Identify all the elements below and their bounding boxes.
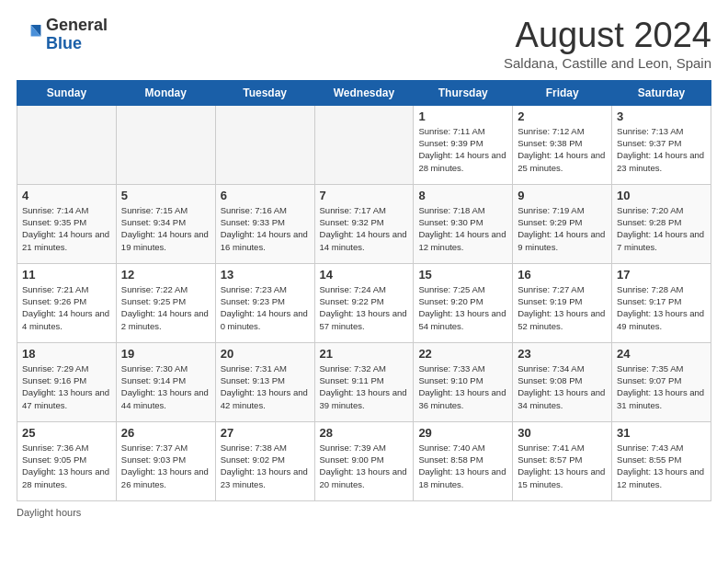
table-row: 20Sunrise: 7:31 AMSunset: 9:13 PMDayligh… xyxy=(215,342,314,421)
logo-icon xyxy=(17,22,42,48)
day-info: Sunrise: 7:13 AMSunset: 9:37 PMDaylight:… xyxy=(617,125,706,174)
day-info: Sunrise: 7:19 AMSunset: 9:29 PMDaylight:… xyxy=(518,204,607,253)
day-info: Sunrise: 7:37 AMSunset: 9:03 PMDaylight:… xyxy=(121,442,210,490)
table-row: 2Sunrise: 7:12 AMSunset: 9:38 PMDaylight… xyxy=(513,105,612,184)
day-number: 5 xyxy=(121,189,210,202)
calendar-week-row: 4Sunrise: 7:14 AMSunset: 9:35 PMDaylight… xyxy=(17,184,711,263)
month-title: August 2024 xyxy=(504,17,711,55)
day-info: Sunrise: 7:36 AMSunset: 9:05 PMDaylight:… xyxy=(22,442,111,490)
logo-area: General Blue xyxy=(17,17,108,53)
table-row: 23Sunrise: 7:34 AMSunset: 9:08 PMDayligh… xyxy=(513,342,612,421)
day-info: Sunrise: 7:14 AMSunset: 9:35 PMDaylight:… xyxy=(22,204,111,253)
col-sunday: Sunday xyxy=(17,80,117,105)
day-number: 12 xyxy=(121,268,210,282)
table-row: 10Sunrise: 7:20 AMSunset: 9:28 PMDayligh… xyxy=(612,184,711,263)
table-row: 16Sunrise: 7:27 AMSunset: 9:19 PMDayligh… xyxy=(513,263,612,342)
day-number: 11 xyxy=(22,268,111,282)
day-info: Sunrise: 7:34 AMSunset: 9:08 PMDaylight:… xyxy=(518,362,607,411)
day-number: 20 xyxy=(221,347,310,361)
day-number: 8 xyxy=(418,189,507,202)
col-saturday: Saturday xyxy=(612,80,711,105)
col-friday: Friday xyxy=(513,80,612,105)
day-number: 30 xyxy=(518,426,607,440)
day-info: Sunrise: 7:30 AMSunset: 9:14 PMDaylight:… xyxy=(121,362,210,411)
day-number: 22 xyxy=(418,347,507,361)
table-row: 9Sunrise: 7:19 AMSunset: 9:29 PMDaylight… xyxy=(513,184,612,263)
day-number: 13 xyxy=(221,268,310,282)
day-number: 31 xyxy=(617,426,706,440)
col-monday: Monday xyxy=(116,80,215,105)
table-row: 25Sunrise: 7:36 AMSunset: 9:05 PMDayligh… xyxy=(17,421,117,500)
day-number: 28 xyxy=(320,426,409,440)
day-info: Sunrise: 7:24 AMSunset: 9:22 PMDaylight:… xyxy=(320,283,409,332)
table-row: 3Sunrise: 7:13 AMSunset: 9:37 PMDaylight… xyxy=(612,105,711,184)
footer-note: Daylight hours xyxy=(17,507,711,518)
table-row: 11Sunrise: 7:21 AMSunset: 9:26 PMDayligh… xyxy=(17,263,117,342)
day-info: Sunrise: 7:23 AMSunset: 9:23 PMDaylight:… xyxy=(221,283,310,332)
day-info: Sunrise: 7:32 AMSunset: 9:11 PMDaylight:… xyxy=(320,362,409,411)
table-row: 27Sunrise: 7:38 AMSunset: 9:02 PMDayligh… xyxy=(215,421,314,500)
day-info: Sunrise: 7:12 AMSunset: 9:38 PMDaylight:… xyxy=(518,125,607,174)
day-number: 17 xyxy=(617,268,706,282)
day-number: 16 xyxy=(518,268,607,282)
day-info: Sunrise: 7:31 AMSunset: 9:13 PMDaylight:… xyxy=(221,362,310,411)
title-area: August 2024 Saldana, Castille and Leon, … xyxy=(504,17,711,71)
logo-text: General Blue xyxy=(46,17,108,53)
day-number: 2 xyxy=(518,109,607,123)
day-info: Sunrise: 7:18 AMSunset: 9:30 PMDaylight:… xyxy=(418,204,507,253)
table-row xyxy=(215,105,314,184)
day-info: Sunrise: 7:20 AMSunset: 9:28 PMDaylight:… xyxy=(617,204,706,253)
day-info: Sunrise: 7:17 AMSunset: 9:32 PMDaylight:… xyxy=(320,204,409,253)
table-row: 24Sunrise: 7:35 AMSunset: 9:07 PMDayligh… xyxy=(612,342,711,421)
table-row xyxy=(17,105,117,184)
day-info: Sunrise: 7:43 AMSunset: 8:55 PMDaylight:… xyxy=(617,442,706,490)
day-number: 18 xyxy=(22,347,111,361)
day-number: 23 xyxy=(518,347,607,361)
table-row: 31Sunrise: 7:43 AMSunset: 8:55 PMDayligh… xyxy=(612,421,711,500)
table-row: 12Sunrise: 7:22 AMSunset: 9:25 PMDayligh… xyxy=(116,263,215,342)
daylight-hours-label: Daylight hours xyxy=(17,507,81,518)
calendar-table: Sunday Monday Tuesday Wednesday Thursday… xyxy=(17,80,711,501)
table-row: 7Sunrise: 7:17 AMSunset: 9:32 PMDaylight… xyxy=(314,184,414,263)
header: General Blue August 2024 Saldana, Castil… xyxy=(17,17,711,71)
col-wednesday: Wednesday xyxy=(314,80,414,105)
day-number: 15 xyxy=(418,268,507,282)
day-number: 3 xyxy=(617,109,706,123)
day-info: Sunrise: 7:40 AMSunset: 8:58 PMDaylight:… xyxy=(418,442,507,490)
day-info: Sunrise: 7:16 AMSunset: 9:33 PMDaylight:… xyxy=(221,204,310,253)
day-number: 29 xyxy=(418,426,507,440)
day-number: 10 xyxy=(617,189,706,202)
table-row: 19Sunrise: 7:30 AMSunset: 9:14 PMDayligh… xyxy=(116,342,215,421)
day-number: 24 xyxy=(617,347,706,361)
calendar-week-row: 1Sunrise: 7:11 AMSunset: 9:39 PMDaylight… xyxy=(17,105,711,184)
day-number: 14 xyxy=(320,268,409,282)
table-row: 22Sunrise: 7:33 AMSunset: 9:10 PMDayligh… xyxy=(414,342,513,421)
day-info: Sunrise: 7:15 AMSunset: 9:34 PMDaylight:… xyxy=(121,204,210,253)
day-info: Sunrise: 7:22 AMSunset: 9:25 PMDaylight:… xyxy=(121,283,210,332)
table-row: 29Sunrise: 7:40 AMSunset: 8:58 PMDayligh… xyxy=(414,421,513,500)
calendar-week-row: 11Sunrise: 7:21 AMSunset: 9:26 PMDayligh… xyxy=(17,263,711,342)
day-info: Sunrise: 7:21 AMSunset: 9:26 PMDaylight:… xyxy=(22,283,111,332)
day-info: Sunrise: 7:25 AMSunset: 9:20 PMDaylight:… xyxy=(418,283,507,332)
day-info: Sunrise: 7:28 AMSunset: 9:17 PMDaylight:… xyxy=(617,283,706,332)
table-row: 28Sunrise: 7:39 AMSunset: 9:00 PMDayligh… xyxy=(314,421,414,500)
day-number: 6 xyxy=(221,189,310,202)
col-tuesday: Tuesday xyxy=(215,80,314,105)
day-number: 27 xyxy=(221,426,310,440)
day-info: Sunrise: 7:11 AMSunset: 9:39 PMDaylight:… xyxy=(418,125,507,174)
table-row xyxy=(314,105,414,184)
table-row: 6Sunrise: 7:16 AMSunset: 9:33 PMDaylight… xyxy=(215,184,314,263)
calendar-week-row: 25Sunrise: 7:36 AMSunset: 9:05 PMDayligh… xyxy=(17,421,711,500)
day-info: Sunrise: 7:41 AMSunset: 8:57 PMDaylight:… xyxy=(518,442,607,490)
table-row: 30Sunrise: 7:41 AMSunset: 8:57 PMDayligh… xyxy=(513,421,612,500)
table-row: 4Sunrise: 7:14 AMSunset: 9:35 PMDaylight… xyxy=(17,184,117,263)
day-number: 9 xyxy=(518,189,607,202)
table-row: 18Sunrise: 7:29 AMSunset: 9:16 PMDayligh… xyxy=(17,342,117,421)
page: General Blue August 2024 Saldana, Castil… xyxy=(0,0,728,529)
logo-blue: Blue xyxy=(46,35,108,53)
table-row: 1Sunrise: 7:11 AMSunset: 9:39 PMDaylight… xyxy=(414,105,513,184)
day-number: 4 xyxy=(22,189,111,202)
day-info: Sunrise: 7:33 AMSunset: 9:10 PMDaylight:… xyxy=(418,362,507,411)
day-number: 26 xyxy=(121,426,210,440)
table-row: 5Sunrise: 7:15 AMSunset: 9:34 PMDaylight… xyxy=(116,184,215,263)
